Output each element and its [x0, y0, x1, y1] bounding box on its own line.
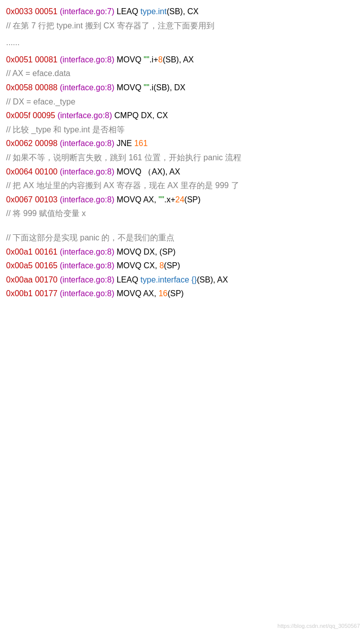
file-ref: interface.go:8	[62, 275, 112, 284]
instruction: LEAQ	[115, 275, 141, 284]
code-line: 0x00b1 00177 (interface.go:8) MOVQ AX, 1…	[6, 287, 358, 300]
code-comment: // 如果不等，说明断言失败，跳到 161 位置，开始执行 panic 流程	[6, 151, 358, 164]
instruction: MOVQ （AX), AX	[115, 167, 180, 176]
code-comment: // DX = eface._type	[6, 95, 358, 109]
file-ref: interface.go:8	[62, 289, 112, 298]
code-block-4: // 下面这部分是实现 panic 的，不是我们的重点 0x00a1 00161…	[6, 231, 358, 300]
instruction: MOVQ CX,	[115, 261, 160, 270]
file-ref: interface.go:7	[62, 7, 112, 16]
code-comment: // 比较 _type 和 type.int 是否相等	[6, 123, 358, 136]
address: 0x0051 00081	[6, 55, 57, 64]
address: 0x0062 00098	[6, 139, 57, 148]
code-line: 0x00a5 00165 (interface.go:8) MOVQ CX, 8…	[6, 259, 358, 272]
file-ref: interface.go:8	[60, 111, 110, 120]
code-view: 0x0033 00051 (interface.go:7) LEAQ type.…	[6, 5, 358, 300]
code-line: 0x0062 00098 (interface.go:8) JNE 161	[6, 137, 358, 150]
file-ref: interface.go:8	[62, 139, 112, 148]
code-line: 0x0064 00100 (interface.go:8) MOVQ （AX),…	[6, 165, 358, 179]
address: 0x0033 00051	[6, 7, 57, 16]
code-block-1: 0x0033 00051 (interface.go:7) LEAQ type.…	[6, 5, 358, 32]
spacer	[6, 223, 358, 231]
address: 0x00aa 00170	[6, 275, 57, 284]
code-line: 0x0051 00081 (interface.go:8) MOVQ "".i+…	[6, 53, 358, 66]
instruction: MOVQ DX, (SP)	[115, 248, 176, 256]
address: 0x0064 00100	[6, 167, 57, 176]
file-ref: interface.go:8	[62, 195, 112, 204]
code-block-3: 0x0051 00081 (interface.go:8) MOVQ "".i+…	[6, 53, 358, 220]
code-comment: // 把 AX 地址里的内容搬到 AX 寄存器，现在 AX 里存的是 999 了	[6, 179, 358, 192]
instruction: MOVQ	[115, 83, 144, 92]
file-ref: interface.go:8	[62, 83, 112, 92]
code-line: 0x00aa 00170 (interface.go:8) LEAQ type.…	[6, 273, 358, 287]
type-name: type.int	[140, 7, 167, 16]
code-line: 0x0058 00088 (interface.go:8) MOVQ "".i(…	[6, 81, 358, 94]
instruction: MOVQ AX,	[115, 289, 159, 298]
code-comment: // 下面这部分是实现 panic 的，不是我们的重点	[6, 231, 358, 244]
file-ref: interface.go:8	[62, 261, 112, 270]
instruction: LEAQ	[115, 7, 141, 16]
code-line: 0x0033 00051 (interface.go:7) LEAQ type.…	[6, 5, 358, 18]
instruction: MOVQ AX,	[115, 195, 159, 204]
file-ref: interface.go:8	[62, 248, 112, 256]
code-line: 0x005f 00095 (interface.go:8) CMPQ DX, C…	[6, 109, 358, 122]
instruction: MOVQ	[115, 55, 144, 64]
type-name: type.interface {}	[140, 275, 197, 284]
instruction: CMPQ DX, CX	[112, 111, 168, 120]
code-line: 0x00a1 00161 (interface.go:8) MOVQ DX, (…	[6, 245, 358, 259]
address: 0x0067 00103	[6, 195, 57, 204]
address: 0x00a5 00165	[6, 261, 57, 270]
address: 0x00a1 00161	[6, 248, 57, 256]
file-ref: interface.go:8	[62, 167, 112, 176]
code-comment: // 在第 7 行把 type.int 搬到 CX 寄存器了，注意下面要用到	[6, 19, 358, 32]
code-comment: // 将 999 赋值给变量 x	[6, 207, 358, 220]
address: 0x0058 00088	[6, 83, 57, 92]
address: 0x005f 00095	[6, 111, 55, 120]
code-line: 0x0067 00103 (interface.go:8) MOVQ AX, "…	[6, 193, 358, 206]
code-comment: // AX = eface.data	[6, 67, 358, 80]
ellipsis: ......	[6, 36, 358, 49]
file-ref: interface.go:8	[62, 55, 112, 64]
instruction: JNE	[115, 139, 134, 148]
address: 0x00b1 00177	[6, 289, 57, 298]
